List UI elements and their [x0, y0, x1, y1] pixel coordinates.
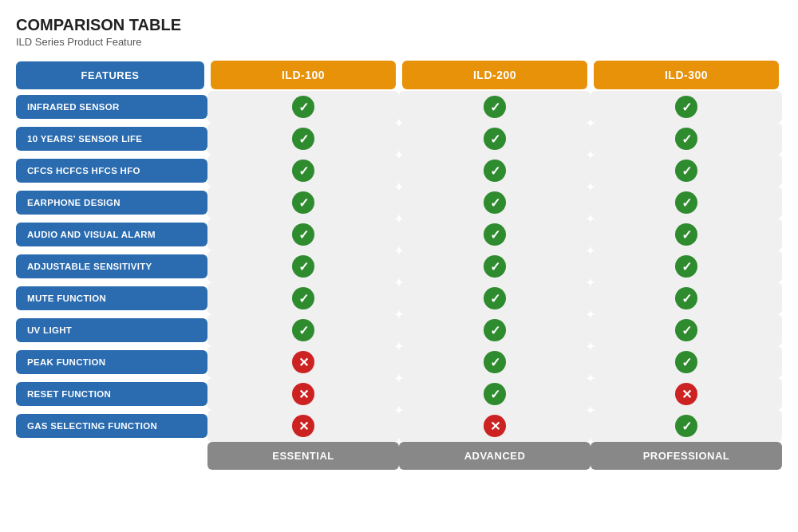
value-cell — [207, 410, 399, 442]
feature-name: 10 YEARS' SENSOR LIFE — [16, 127, 207, 151]
value-cell — [591, 187, 782, 219]
feature-cell: MUTE FUNCTION — [16, 282, 207, 314]
product-header-3: ILD-300 — [591, 59, 782, 91]
check-icon — [484, 96, 506, 118]
check-icon — [675, 96, 697, 118]
value-box — [591, 91, 782, 123]
value-cell — [207, 91, 399, 123]
value-box — [207, 219, 399, 250]
value-cell — [207, 123, 399, 155]
check-icon — [675, 351, 697, 373]
value-box — [207, 346, 399, 378]
check-icon — [484, 351, 506, 373]
cross-icon — [292, 351, 314, 373]
check-icon — [675, 319, 697, 341]
check-icon — [484, 319, 506, 341]
feature-cell: 10 YEARS' SENSOR LIFE — [16, 123, 207, 155]
value-box — [591, 219, 782, 250]
feature-name: PEAK FUNCTION — [16, 350, 207, 374]
feature-cell: CFCS HCFCS HFCS HFO — [16, 155, 207, 187]
value-box — [591, 410, 782, 442]
check-icon — [292, 223, 314, 246]
value-box — [207, 282, 399, 314]
value-box — [207, 91, 399, 123]
cross-icon — [292, 383, 314, 405]
cross-icon — [484, 415, 506, 437]
value-cell — [591, 219, 782, 250]
value-box — [591, 314, 782, 346]
value-cell — [399, 123, 591, 155]
check-icon — [484, 223, 506, 246]
value-cell — [591, 314, 782, 346]
feature-cell: UV LIGHT — [16, 314, 207, 346]
value-box — [591, 282, 782, 314]
check-icon — [484, 191, 506, 214]
value-box — [207, 314, 399, 346]
value-box — [207, 378, 399, 410]
value-cell — [591, 91, 782, 123]
value-box — [207, 410, 399, 442]
check-icon — [292, 160, 314, 182]
value-box — [207, 187, 399, 219]
check-icon — [484, 383, 506, 405]
value-cell — [399, 282, 591, 314]
footer-advanced: ADVANCED — [399, 442, 591, 470]
value-cell — [207, 187, 399, 219]
value-cell — [207, 314, 399, 346]
feature-name: EARPHONE DESIGN — [16, 191, 207, 215]
value-cell — [207, 346, 399, 378]
feature-cell: AUDIO AND VISUAL ALARM — [16, 219, 207, 250]
check-icon — [484, 287, 506, 309]
value-box — [399, 346, 591, 378]
value-cell — [207, 155, 399, 187]
feature-cell: EARPHONE DESIGN — [16, 187, 207, 219]
value-box — [207, 250, 399, 282]
value-box — [591, 123, 782, 155]
value-box — [591, 378, 782, 410]
table-row: ADJUSTABLE SENSITIVITY — [16, 250, 782, 282]
value-cell — [399, 250, 591, 282]
check-icon — [484, 128, 506, 150]
value-box — [399, 314, 591, 346]
value-cell — [399, 314, 591, 346]
value-box — [591, 155, 782, 187]
value-cell — [207, 219, 399, 250]
value-cell — [399, 410, 591, 442]
comparison-table: FEATURES ILD-100 ILD-200 ILD-300 INFRARE… — [16, 59, 782, 470]
value-box — [399, 378, 591, 410]
value-box — [399, 187, 591, 219]
value-cell — [591, 155, 782, 187]
check-icon — [484, 160, 506, 182]
feature-name: RESET FUNCTION — [16, 382, 207, 406]
value-cell — [399, 378, 591, 410]
feature-cell: RESET FUNCTION — [16, 378, 207, 410]
value-cell — [591, 346, 782, 378]
table-row: 10 YEARS' SENSOR LIFE — [16, 123, 782, 155]
features-header: FEATURES — [16, 59, 207, 91]
check-icon — [675, 128, 697, 150]
table-row: INFRARED SENSOR — [16, 91, 782, 123]
check-icon — [484, 255, 506, 278]
footer-essential: ESSENTIAL — [207, 442, 399, 470]
feature-cell: GAS SELECTING FUNCTION — [16, 410, 207, 442]
value-box — [399, 410, 591, 442]
page-subtitle: ILD Series Product Feature — [16, 36, 782, 48]
table-row: MUTE FUNCTION — [16, 282, 782, 314]
cross-icon — [292, 415, 314, 437]
check-icon — [292, 191, 314, 214]
check-icon — [292, 128, 314, 150]
feature-name: INFRARED SENSOR — [16, 95, 207, 119]
value-cell — [399, 187, 591, 219]
feature-name: GAS SELECTING FUNCTION — [16, 414, 207, 438]
feature-name: CFCS HCFCS HFCS HFO — [16, 159, 207, 183]
value-box — [399, 250, 591, 282]
table-row: PEAK FUNCTION — [16, 346, 782, 378]
check-icon — [675, 287, 697, 309]
feature-name: MUTE FUNCTION — [16, 286, 207, 310]
value-cell — [591, 378, 782, 410]
value-cell — [591, 410, 782, 442]
page-title: COMPARISON TABLE — [16, 16, 782, 34]
value-cell — [591, 123, 782, 155]
value-box — [399, 155, 591, 187]
table-row: EARPHONE DESIGN — [16, 187, 782, 219]
